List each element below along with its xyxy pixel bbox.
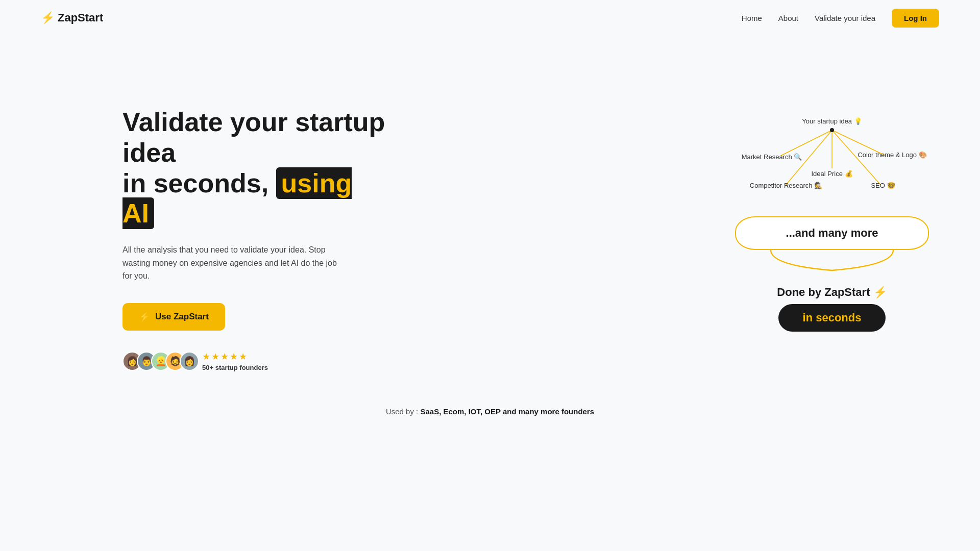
hero-right: Your startup idea 💡 Market Research 🔍 Co… — [725, 77, 939, 332]
hero-subtitle: All the analysis that you need to valida… — [122, 243, 347, 283]
footer: Used by : SaaS, Ecom, IOT, OEP and many … — [0, 392, 980, 431]
cta-label: Use ZapStart — [155, 312, 209, 322]
social-proof: 👩 👨 👱 🧔 👩 ★★★★★ 50+ startup founders — [122, 351, 388, 371]
avatars: 👩 👨 👱 🧔 👩 — [122, 352, 194, 371]
nav-home[interactable]: Home — [742, 14, 762, 22]
login-button[interactable]: Log In — [892, 9, 939, 28]
diagram: Your startup idea 💡 Market Research 🔍 Co… — [735, 97, 929, 332]
logo-text: ZapStart — [58, 11, 103, 24]
svg-point-6 — [830, 128, 834, 132]
nav-validate[interactable]: Validate your idea — [815, 14, 875, 22]
nav-links: Home About Validate your idea Log In — [742, 9, 939, 28]
svg-text:Competitor Research 🕵️: Competitor Research 🕵️ — [750, 181, 823, 190]
in-seconds-badge: in seconds — [778, 304, 886, 332]
hero-title-line1: Validate your startup idea — [122, 107, 385, 167]
nav-about[interactable]: About — [778, 14, 798, 22]
hero-title: Validate your startup idea in seconds, u… — [122, 107, 388, 229]
done-by-icon: ⚡ — [873, 286, 887, 298]
svg-text:SEO 🤓: SEO 🤓 — [871, 181, 895, 190]
use-zapstart-button[interactable]: ⚡ Use ZapStart — [122, 303, 225, 331]
logo-icon: ⚡ — [41, 11, 55, 24]
hero-title-line2-plain: in seconds, — [122, 168, 268, 198]
founders-count: 50+ startup founders — [202, 364, 268, 371]
svg-text:Market Research 🔍: Market Research 🔍 — [742, 153, 803, 161]
stars: ★★★★★ — [202, 351, 268, 362]
many-more-text: ...and many more — [786, 227, 878, 239]
diagram-svg: Your startup idea 💡 Market Research 🔍 Co… — [735, 97, 929, 209]
hero-left: Validate your startup idea in seconds, u… — [122, 77, 388, 371]
in-seconds-text: in seconds — [803, 311, 862, 324]
done-by-text: Done by ZapStart — [777, 286, 870, 298]
cta-icon: ⚡ — [139, 311, 150, 322]
footer-prefix: Used by : — [386, 407, 418, 416]
proof-text: ★★★★★ 50+ startup founders — [202, 351, 268, 371]
svg-text:Color theme & Logo 🎨: Color theme & Logo 🎨 — [857, 151, 927, 159]
navbar: ⚡ ZapStart Home About Validate your idea… — [0, 0, 980, 36]
brace-svg — [766, 250, 898, 276]
svg-text:Ideal Price 💰: Ideal Price 💰 — [811, 169, 853, 178]
svg-line-0 — [781, 130, 832, 156]
avatar-5: 👩 — [180, 352, 199, 371]
hero-section: Validate your startup idea in seconds, u… — [0, 36, 980, 392]
svg-text:Your startup idea 💡: Your startup idea 💡 — [802, 117, 862, 126]
footer-text: SaaS, Ecom, IOT, OEP and many more found… — [420, 407, 594, 416]
logo[interactable]: ⚡ ZapStart — [41, 11, 103, 24]
done-by-section: Done by ZapStart ⚡ in seconds — [735, 286, 929, 332]
many-more-box: ...and many more — [735, 216, 929, 250]
done-by-label: Done by ZapStart ⚡ — [735, 286, 929, 299]
